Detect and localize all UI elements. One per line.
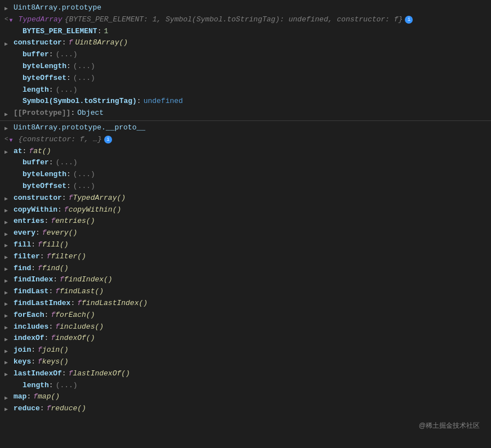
prop-f-jn: f [38, 344, 42, 356]
prop-func-jn: join() [42, 344, 69, 356]
prop-colon-buf1: : [49, 49, 53, 61]
prop-symbol-1-value: undefined [144, 96, 183, 107]
prop-colon-l1: : [49, 84, 53, 96]
row-symbol-1: Symbol(Symbol.toStringTag) : undefined [0, 96, 491, 107]
prop-colon-fd: : [31, 263, 35, 275]
prop-f-fd: f [38, 263, 42, 275]
info-icon-1[interactable]: i [405, 16, 413, 24]
prop-reduce-name: reduce [14, 403, 40, 415]
row-entries[interactable]: ▶ entries : f entries() [0, 216, 491, 227]
prop-constructor-2-name: constructor [14, 192, 62, 204]
arrow-includes: ▶ [5, 324, 11, 330]
section3-header[interactable]: ▶ Uint8Array.prototype.__proto__ [0, 122, 491, 134]
row-find[interactable]: ▶ find : f find() [0, 263, 491, 275]
prop-join-name: join [14, 344, 31, 356]
arrow-filter: ▶ [5, 253, 11, 260]
console-panel: ▶ Uint8Array.prototype < ▼ TypedArray {B… [0, 0, 491, 448]
expand-arrow-1: ▶ [5, 5, 11, 11]
row-includes[interactable]: ▶ includes : f includes() [0, 321, 491, 333]
prop-colon-en: : [44, 216, 49, 227]
prop-colon-jn: : [31, 344, 35, 356]
row-fill[interactable]: ▶ fill : f fill() [0, 239, 491, 251]
row-byteoffset-1: byteOffset : (...) [0, 73, 491, 84]
prop-colon-sym1: : [137, 96, 141, 107]
prop-f-lio: f [69, 368, 73, 380]
prop-f-fe: f [51, 310, 55, 321]
prop-includes-name: includes [14, 321, 48, 333]
row-constructor-1[interactable]: ▶ constructor : f Uint8Array() [0, 37, 491, 49]
prop-f-flt: f [47, 251, 51, 263]
row-buffer-2: buffer : (...) [0, 157, 491, 169]
section4-header[interactable]: < ▼ {constructor: f, …} i [0, 134, 491, 146]
row-prototype-1[interactable]: ▶ [[Prototype]] : Object [0, 107, 491, 119]
prop-bytelength-2-name: byteLength [23, 169, 66, 181]
row-indexof[interactable]: ▶ indexOf : f indexOf() [0, 333, 491, 344]
prop-bytes-per-element-name: BYTES_PER_ELEMENT [23, 26, 97, 38]
row-bytelength-1: byteLength : (...) [0, 61, 491, 73]
row-constructor-2[interactable]: ▶ constructor : f TypedArray() [0, 192, 491, 204]
arrow-prototype-1: ▶ [5, 110, 11, 117]
prop-colon-pt1: : [70, 107, 75, 119]
prop-byteoffset-2-value: (...) [73, 181, 95, 192]
prop-func-c2: TypedArray() [73, 192, 126, 204]
prop-colon-at: : [23, 146, 27, 158]
row-findindex[interactable]: ▶ findIndex : f findIndex() [0, 274, 491, 286]
section1-header[interactable]: ▶ Uint8Array.prototype [0, 2, 491, 14]
row-copywithin[interactable]: ▶ copyWithin : f copyWithin() [0, 204, 491, 216]
prop-length-1-name: length [23, 84, 49, 96]
arrow-findindex: ▶ [5, 277, 11, 284]
prop-every-name: every [14, 227, 35, 239]
row-reduce[interactable]: ▶ reduce : f reduce() [0, 403, 491, 415]
section2-header[interactable]: < ▼ TypedArray {BYTES_PER_ELEMENT: 1, Sy… [0, 14, 491, 26]
prop-f-en: f [51, 216, 55, 227]
prop-copywithin-name: copyWithin [14, 204, 57, 216]
prop-buffer-2-value: (...) [56, 157, 78, 169]
prop-buffer-1-value: (...) [56, 49, 78, 61]
prop-lastindexof-name: lastIndexOf [14, 368, 62, 380]
arrow-find: ▶ [5, 265, 11, 272]
prop-colon-fdi: : [53, 274, 57, 286]
arrow-findlastindex: ▶ [5, 300, 11, 307]
prop-colon-rd: : [40, 403, 44, 415]
prop-length-2-name: length [23, 380, 49, 392]
row-at[interactable]: ▶ at : f at() [0, 146, 491, 158]
arrow-constructor-2: ▶ [5, 195, 11, 201]
prop-colon-io: : [44, 333, 49, 344]
typed-array-label: TypedArray [19, 14, 63, 26]
expand-arrow-3: ▶ [5, 124, 11, 131]
arrow-reduce: ▶ [5, 405, 11, 412]
section2-preview: {BYTES_PER_ELEMENT: 1, Symbol(Symbol.toS… [65, 14, 403, 26]
watermark: @稀土掘金技术社区 [419, 420, 480, 431]
prop-colon-fi: : [31, 239, 35, 251]
row-every[interactable]: ▶ every : f every() [0, 227, 491, 239]
prop-func-inc: includes() [60, 321, 104, 333]
row-length-2: length : (...) [0, 380, 491, 392]
prop-prototype-1-name: [[Prototype]] [14, 107, 70, 119]
prop-func-rd: reduce() [51, 403, 86, 415]
row-map[interactable]: ▶ map : f map() [0, 391, 491, 403]
prop-f-at: f [29, 146, 33, 158]
less-than-4: < [5, 135, 8, 145]
prop-colon-c2: : [62, 192, 66, 204]
arrow-every: ▶ [5, 230, 11, 237]
row-keys[interactable]: ▶ keys : f keys() [0, 356, 491, 368]
row-lastindexof[interactable]: ▶ lastIndexOf : f lastIndexOf() [0, 368, 491, 380]
row-findlastindex[interactable]: ▶ findLastIndex : f findLastIndex() [0, 298, 491, 310]
prop-func-fd: find() [42, 263, 69, 275]
section1-label: Uint8Array.prototype [14, 2, 101, 14]
row-filter[interactable]: ▶ filter : f filter() [0, 251, 491, 263]
prop-func-io: indexOf() [55, 333, 95, 344]
prop-bytes-per-element-value: 1 [104, 26, 108, 38]
prop-colon-ks: : [31, 356, 35, 368]
prop-colon-1: : [97, 26, 102, 38]
prop-f-inc: f [55, 321, 60, 333]
row-findlast[interactable]: ▶ findLast : f findLast() [0, 286, 491, 298]
info-icon-4[interactable]: i [104, 136, 112, 144]
prop-func-lio: lastIndexOf() [73, 368, 130, 380]
row-byteoffset-2: byteOffset : (...) [0, 181, 491, 192]
prop-colon-lio: : [62, 368, 66, 380]
row-join[interactable]: ▶ join : f join() [0, 344, 491, 356]
prop-colon-c1: : [62, 37, 66, 49]
row-foreach[interactable]: ▶ forEach : f forEach() [0, 310, 491, 321]
prop-colon-bl2: : [66, 169, 71, 181]
